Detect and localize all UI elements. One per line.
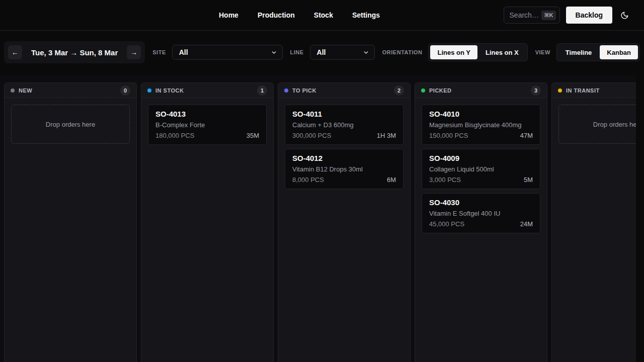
view-option-kanban[interactable]: Kanban <box>600 45 638 59</box>
orientation-option-lines-on-y[interactable]: Lines on Y <box>430 45 477 59</box>
date-range-label: Tue, 3 Mar → Sun, 8 Mar <box>28 48 121 57</box>
order-id: SO-4012 <box>292 154 396 162</box>
orientation-label: ORIENTATION <box>382 49 423 55</box>
column-title: PICKED <box>429 87 452 94</box>
nav-links: HomeProductionStockSettings <box>219 0 380 30</box>
orientation-toggle: Lines on YLines on X <box>428 43 527 61</box>
drop-orders-placeholder: Drop orders here <box>11 105 130 144</box>
search-placeholder: Search… <box>510 11 539 19</box>
order-product: Vitamin B12 Drops 30ml <box>292 165 396 173</box>
nav-link-settings[interactable]: Settings <box>352 11 380 19</box>
order-card-so-4013[interactable]: SO-4013B-Complex Forte180,000 PCS35M <box>148 105 267 145</box>
column-body: SO-4013B-Complex Forte180,000 PCS35M <box>141 98 273 362</box>
column-header: IN TRANSIT <box>552 83 636 98</box>
chevron-down-icon <box>363 49 369 56</box>
top-nav: HomeProductionStockSettings Search… ⌘K B… <box>0 0 644 31</box>
column-body: Drop orders here <box>5 98 136 362</box>
nav-link-home[interactable]: Home <box>219 11 238 19</box>
status-dot-icon <box>11 88 15 93</box>
kanban-columns: NEW0Drop orders hereIN STOCK1SO-4013B-Co… <box>4 82 636 362</box>
order-card-so-4009[interactable]: SO-4009Collagen Liquid 500ml3,000 PCS5M <box>422 149 540 189</box>
order-quantity: 300,000 PCS <box>292 132 331 139</box>
line-select[interactable]: All <box>310 45 375 60</box>
moon-icon <box>620 11 629 20</box>
date-range-picker: ← Tue, 3 Mar → Sun, 8 Mar → <box>4 41 145 63</box>
order-product: B-Complex Forte <box>155 121 259 129</box>
chevron-down-icon <box>271 49 277 56</box>
kanban-board: NEW0Drop orders hereIN STOCK1SO-4013B-Co… <box>0 75 636 362</box>
order-product: Collagen Liquid 500ml <box>429 165 533 173</box>
column-title: NEW <box>19 87 32 94</box>
column-body: Drop orders here <box>552 98 636 362</box>
kanban-column-in-transit: IN TRANSITDrop orders here <box>551 82 636 362</box>
column-header: IN STOCK1 <box>141 83 273 98</box>
column-title: TO PICK <box>292 87 316 94</box>
order-meta: 3,000 PCS5M <box>429 176 533 184</box>
kanban-column-picked: PICKED3SO-4010Magnesium Bisglycinate 400… <box>415 82 547 362</box>
status-dot-icon <box>421 88 425 93</box>
nav-link-production[interactable]: Production <box>258 11 295 19</box>
column-count-badge: 3 <box>531 85 541 96</box>
arrow-left-icon: ← <box>12 48 19 56</box>
order-quantity: 45,000 PCS <box>429 220 464 228</box>
arrow-right-icon: → <box>130 48 137 56</box>
kanban-column-to-pick: TO PICK2SO-4011Calcium + D3 600mg300,000… <box>278 82 411 362</box>
line-select-value: All <box>317 48 326 56</box>
site-label: SITE <box>152 49 166 55</box>
column-title: IN STOCK <box>155 87 184 94</box>
order-meta: 180,000 PCS35M <box>155 132 259 139</box>
order-product: Calcium + D3 600mg <box>292 121 396 129</box>
site-select-value: All <box>179 48 188 56</box>
order-quantity: 3,000 PCS <box>429 176 461 184</box>
order-duration: 47M <box>520 132 533 139</box>
kanban-column-in-stock: IN STOCK1SO-4013B-Complex Forte180,000 P… <box>141 82 274 362</box>
backlog-button[interactable]: Backlog <box>566 7 612 24</box>
order-duration: 5M <box>524 176 533 184</box>
order-duration: 6M <box>387 176 396 184</box>
order-quantity: 150,000 PCS <box>429 132 468 139</box>
order-id: SO-4009 <box>429 154 533 162</box>
prev-week-button[interactable]: ← <box>8 45 22 59</box>
column-body: SO-4011Calcium + D3 600mg300,000 PCS1H 3… <box>278 98 410 362</box>
search-shortcut-badge: ⌘K <box>541 11 555 20</box>
column-count-badge: 2 <box>394 85 404 96</box>
column-body: SO-4010Magnesium Bisglycinate 400mg150,0… <box>415 98 547 362</box>
order-id: SO-4013 <box>155 110 259 118</box>
next-week-button[interactable]: → <box>127 45 141 59</box>
order-card-so-4011[interactable]: SO-4011Calcium + D3 600mg300,000 PCS1H 3… <box>285 105 404 145</box>
order-card-so-4030[interactable]: SO-4030Vitamin E Softgel 400 IU45,000 PC… <box>422 193 540 233</box>
orientation-option-lines-on-x[interactable]: Lines on X <box>478 45 526 59</box>
order-meta: 8,000 PCS6M <box>292 176 396 184</box>
order-duration: 24M <box>520 220 533 228</box>
order-product: Vitamin E Softgel 400 IU <box>429 210 533 217</box>
view-option-timeline[interactable]: Timeline <box>558 45 599 59</box>
order-product: Magnesium Bisglycinate 400mg <box>429 121 533 129</box>
order-duration: 1H 3M <box>377 132 396 139</box>
status-dot-icon <box>284 88 288 93</box>
order-quantity: 180,000 PCS <box>155 132 194 139</box>
order-card-so-4012[interactable]: SO-4012Vitamin B12 Drops 30ml8,000 PCS6M <box>285 149 404 189</box>
order-id: SO-4011 <box>292 110 396 118</box>
line-label: LINE <box>290 49 304 55</box>
status-dot-icon <box>558 88 562 93</box>
order-id: SO-4030 <box>429 198 533 207</box>
theme-toggle-button[interactable] <box>618 9 631 22</box>
column-header: PICKED3 <box>415 83 547 98</box>
drop-orders-placeholder: Drop orders here <box>558 105 636 144</box>
site-select[interactable]: All <box>172 45 283 60</box>
status-dot-icon <box>147 88 151 93</box>
kanban-column-new: NEW0Drop orders here <box>4 82 137 362</box>
order-meta: 150,000 PCS47M <box>429 132 533 139</box>
order-card-so-4010[interactable]: SO-4010Magnesium Bisglycinate 400mg150,0… <box>422 105 540 145</box>
nav-link-stock[interactable]: Stock <box>314 11 333 19</box>
order-meta: 300,000 PCS1H 3M <box>292 132 396 139</box>
nav-right-controls: Search… ⌘K Backlog <box>504 0 631 30</box>
view-toggle: TimelineKanban <box>556 43 640 61</box>
column-count-badge: 0 <box>120 85 130 96</box>
column-header: NEW0 <box>5 83 136 98</box>
search-input[interactable]: Search… ⌘K <box>504 7 560 24</box>
order-id: SO-4010 <box>429 110 533 118</box>
view-label: VIEW <box>535 49 550 55</box>
column-title: IN TRANSIT <box>566 87 600 94</box>
column-count-badge: 1 <box>257 85 267 96</box>
